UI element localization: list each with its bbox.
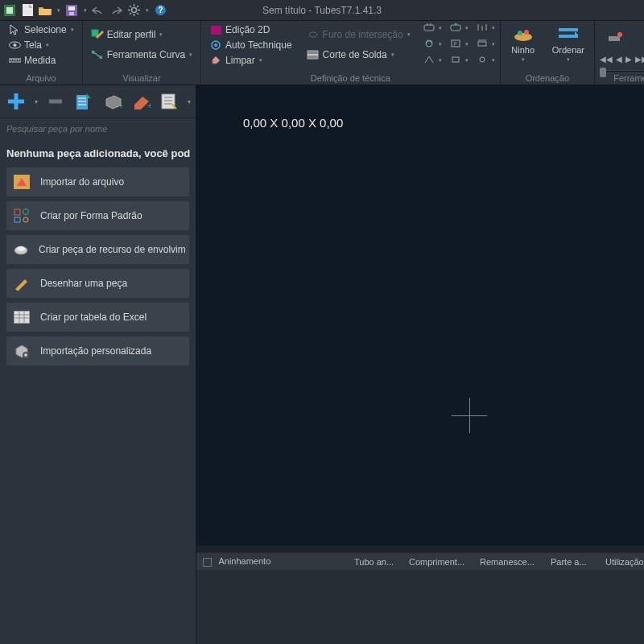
mini-icon-8[interactable] (450, 55, 463, 66)
corte-solda-button[interactable]: Corte de Solda ▾ (303, 47, 414, 62)
remove-button[interactable] (44, 90, 66, 113)
col-aninhamento[interactable]: Aninhamento (203, 556, 348, 567)
ferramenta-big-button[interactable] (600, 23, 629, 47)
mini-icon-6[interactable] (477, 39, 489, 50)
svg-point-73 (23, 217, 28, 222)
col-parte[interactable]: Parte a... (551, 557, 599, 567)
svg-text:+: + (147, 101, 151, 109)
action-importar-label: Importar do arquivo (40, 176, 124, 188)
mini-icon-9[interactable] (477, 55, 489, 66)
col-compr[interactable]: Compriment... (409, 557, 473, 567)
eye-icon (8, 39, 21, 52)
svg-rect-34 (424, 25, 434, 31)
shapes-icon (13, 208, 31, 224)
nav-arrows[interactable]: ◀◀ ◀ ▶ ▶▶ (600, 55, 644, 64)
editar-perfil-button[interactable]: Editar perfil ▾ (88, 27, 196, 42)
quick-access-toolbar: ▾ ▾ ▾ ? (3, 4, 167, 17)
excel-icon (13, 309, 31, 325)
ribbon: Selecione ▾ Tela ▾ Medida Arquivo (0, 21, 644, 85)
action-custom[interactable]: Importação personalizada (6, 336, 189, 365)
mini-icon-3[interactable] (477, 23, 489, 34)
sort-icon (555, 24, 581, 43)
auto-technique-button[interactable]: Auto Technique (206, 38, 295, 52)
main-area: ▾ + + ▾ Nenhuma peça adicionada, você po… (0, 85, 644, 644)
svg-rect-59 (76, 95, 88, 109)
search-input[interactable] (6, 124, 189, 134)
action-excel[interactable]: Criar por tabela do Excel (6, 303, 189, 332)
svg-point-50 (518, 31, 522, 35)
action-excel-label: Criar por tabela do Excel (40, 312, 147, 323)
zoom-slider[interactable] (600, 70, 644, 73)
action-custom-label: Importação personalizada (40, 345, 151, 357)
svg-line-14 (130, 13, 131, 14)
svg-rect-1 (6, 7, 13, 14)
help-icon[interactable]: ? (154, 4, 167, 17)
viewport: 0,00 X 0,00 X 0,00 Aninhamento Tubo an..… (196, 85, 644, 644)
mini-icon-7[interactable] (423, 55, 436, 66)
selecione-button[interactable]: Selecione ▾ (5, 23, 77, 37)
svg-point-38 (454, 23, 456, 26)
svg-rect-37 (451, 25, 460, 31)
doc-tool-icon[interactable] (159, 90, 180, 113)
custom-import-icon (13, 343, 31, 359)
add-dropdown-caret[interactable]: ▾ (35, 98, 38, 105)
ordenar-button[interactable]: Ordenar ▾ (547, 23, 589, 64)
svg-point-30 (214, 43, 217, 47)
svg-point-51 (524, 30, 529, 35)
edit-profile-icon (91, 28, 104, 41)
medida-button[interactable]: Medida (5, 53, 77, 68)
nav-prev-icon: ◀ (616, 55, 622, 64)
open-folder-icon[interactable] (39, 4, 52, 17)
action-desenhar[interactable]: Desenhar uma peça (6, 269, 189, 298)
settings-gear-icon[interactable] (127, 4, 140, 17)
mini-icon-1[interactable] (423, 23, 436, 34)
save-icon[interactable] (65, 4, 78, 17)
svg-text:?: ? (158, 6, 163, 14)
edicao-2d-button[interactable]: Edição 2D (206, 23, 295, 37)
block-tool-icon[interactable]: + (101, 90, 123, 113)
svg-rect-25 (92, 30, 98, 36)
svg-line-15 (137, 6, 138, 7)
ninho-button[interactable]: Ninho ▾ (506, 23, 541, 64)
svg-rect-70 (14, 209, 20, 215)
limpar-button[interactable]: Limpar ▾ (206, 53, 295, 68)
ordenar-label: Ordenar (552, 45, 584, 55)
undo-icon[interactable] (92, 4, 105, 17)
list-tool-icon[interactable] (72, 90, 94, 113)
checkbox-icon[interactable] (203, 558, 212, 567)
canvas[interactable]: 0,00 X 0,00 X 0,00 (196, 85, 644, 546)
auto-technique-icon (209, 39, 222, 52)
action-envolvimento[interactable]: Criar peça de recurso de envolvim (6, 235, 189, 264)
tela-button[interactable]: Tela ▾ (5, 38, 77, 52)
redo-icon[interactable] (109, 4, 122, 17)
col-util[interactable]: Utilização (605, 557, 644, 567)
svg-rect-45 (478, 42, 486, 46)
nest-icon (510, 24, 536, 43)
svg-point-49 (514, 33, 532, 41)
save-dropdown-caret[interactable]: ▾ (84, 7, 87, 14)
mini-icon-5[interactable]: F (450, 39, 463, 50)
group-label-arquivo: Arquivo (5, 73, 77, 85)
open-dropdown-caret[interactable]: ▾ (57, 7, 60, 14)
add-button[interactable] (5, 90, 27, 113)
doc-dropdown-caret[interactable]: ▾ (188, 98, 191, 105)
action-importar[interactable]: Importar do arquivo (6, 167, 189, 196)
settings-dropdown-caret[interactable]: ▾ (146, 7, 149, 14)
mini-icon-4[interactable] (423, 39, 436, 50)
action-forma[interactable]: Criar por Forma Padrão (6, 201, 189, 230)
mini-icon-2[interactable] (450, 23, 463, 34)
col-tubo[interactable]: Tubo an... (354, 557, 402, 567)
svg-point-26 (92, 51, 95, 54)
svg-rect-65 (162, 94, 175, 109)
new-file-icon[interactable] (21, 4, 34, 17)
search-box[interactable] (0, 118, 196, 139)
eraser-tool-icon[interactable]: + (130, 90, 151, 113)
action-forma-label: Criar por Forma Padrão (40, 210, 142, 221)
ruler-icon (8, 54, 21, 67)
technique-mini-grid: ▾ ▾ ▾ ▾ F▾ ▾ ▾ ▾ ▾ (423, 23, 495, 66)
ribbon-group-tecnica: Edição 2D Auto Technique Limpar ▾ Furo d… (201, 21, 501, 85)
svg-rect-77 (14, 312, 29, 323)
ferramenta-curva-button[interactable]: Ferramenta Curva ▾ (88, 47, 196, 62)
col-reman[interactable]: Remanesce... (480, 557, 544, 567)
svg-text:+: + (118, 101, 122, 110)
